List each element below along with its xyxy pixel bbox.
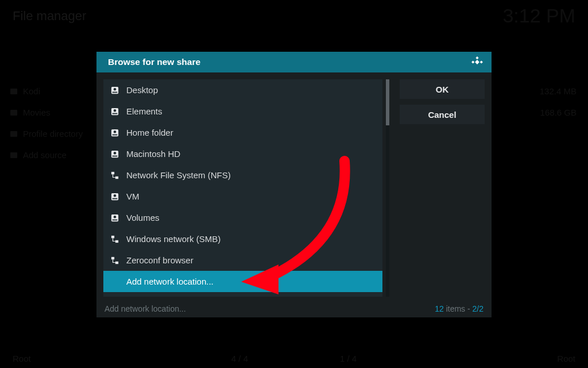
- svg-rect-17: [115, 176, 118, 178]
- drive-icon: [110, 213, 119, 223]
- list-item[interactable]: VM: [103, 186, 382, 207]
- cancel-button[interactable]: Cancel: [400, 105, 485, 124]
- svg-rect-9: [113, 113, 118, 114]
- list-item-label: Add network location...: [126, 277, 214, 286]
- svg-rect-1: [471, 60, 474, 63]
- drive-icon: [110, 150, 119, 159]
- list-item-label: Zeroconf browser: [126, 255, 194, 265]
- dialog-header: Browse for new share: [96, 52, 492, 72]
- list-item[interactable]: Elements: [103, 101, 382, 122]
- svg-point-14: [114, 152, 116, 154]
- list-item-add-network-location[interactable]: Add network location...: [103, 271, 382, 292]
- svg-rect-16: [111, 171, 114, 174]
- svg-rect-25: [115, 240, 118, 242]
- svg-point-22: [114, 216, 116, 218]
- svg-rect-24: [111, 235, 114, 237]
- list-item-label: Volumes: [126, 213, 160, 223]
- drive-icon: [110, 128, 119, 137]
- svg-point-11: [114, 131, 116, 133]
- svg-rect-26: [111, 256, 114, 259]
- list-item-label: Desktop: [126, 85, 158, 95]
- svg-point-5: [114, 88, 116, 90]
- list-item[interactable]: Macintosh HD: [103, 143, 382, 164]
- list-item[interactable]: Network File System (NFS): [103, 164, 382, 186]
- drive-icon: [110, 192, 119, 201]
- svg-rect-12: [113, 134, 118, 135]
- svg-point-8: [114, 109, 116, 112]
- svg-rect-6: [113, 91, 118, 93]
- list-item-label: Macintosh HD: [126, 149, 180, 159]
- svg-rect-20: [113, 198, 118, 199]
- list-item-label: Network File System (NFS): [126, 170, 231, 180]
- svg-rect-0: [475, 56, 478, 59]
- scrollbar[interactable]: [386, 79, 389, 297]
- share-list[interactable]: DesktopElementsHome folderMacintosh HDNe…: [103, 79, 382, 297]
- list-item[interactable]: Windows network (SMB): [103, 228, 382, 250]
- list-item-label: VM: [126, 191, 140, 201]
- drive-icon: [110, 86, 119, 95]
- network-icon: [110, 235, 119, 244]
- svg-rect-23: [113, 219, 118, 220]
- svg-rect-3: [475, 60, 479, 64]
- list-item-label: Home folder: [126, 128, 173, 137]
- network-icon: [110, 171, 119, 180]
- dialog-title: Browse for new share: [108, 57, 200, 67]
- footer-count: 12 items - 2/2: [435, 304, 483, 313]
- list-item-label: Elements: [126, 106, 163, 116]
- svg-rect-2: [480, 60, 483, 63]
- network-icon: [110, 256, 119, 265]
- dialog-footer: Add network location... 12 items - 2/2: [96, 300, 492, 317]
- list-item[interactable]: Zeroconf browser: [103, 250, 382, 271]
- list-item[interactable]: Volumes: [103, 207, 382, 228]
- footer-status: Add network location...: [105, 304, 186, 313]
- ok-button[interactable]: OK: [400, 79, 485, 99]
- svg-point-19: [114, 194, 116, 197]
- kodi-logo-icon: [471, 56, 483, 68]
- list-item[interactable]: Home folder: [103, 122, 382, 143]
- list-item-label: Windows network (SMB): [126, 234, 220, 244]
- drive-icon: [110, 107, 119, 116]
- svg-rect-15: [113, 155, 118, 156]
- scroll-thumb[interactable]: [386, 79, 389, 125]
- browse-share-dialog: Browse for new share DesktopElementsHome…: [96, 52, 492, 317]
- list-item[interactable]: Desktop: [103, 79, 382, 101]
- svg-rect-27: [115, 261, 118, 263]
